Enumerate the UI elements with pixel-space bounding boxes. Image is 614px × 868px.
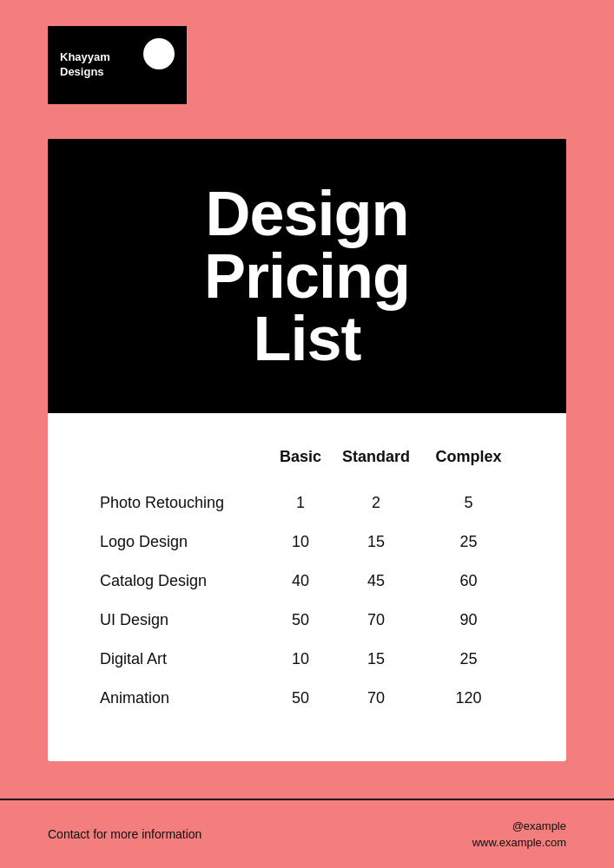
cell-service: UI Design <box>100 601 272 640</box>
title-section: Design Pricing List <box>48 139 566 413</box>
cell-complex: 25 <box>423 523 514 562</box>
table-row: Animation5070120 <box>100 679 514 718</box>
cell-complex: 5 <box>423 483 514 523</box>
cell-service: Animation <box>100 679 272 718</box>
col-header-basic: Basic <box>272 448 329 483</box>
cell-standard: 45 <box>329 562 423 601</box>
cell-complex: 25 <box>423 640 514 679</box>
cell-standard: 15 <box>329 640 423 679</box>
cell-basic: 10 <box>272 640 329 679</box>
cell-service: Photo Retouching <box>100 483 272 523</box>
cell-complex: 120 <box>423 679 514 718</box>
page-background: Khayyam Designs Design Pricing List Basi… <box>0 0 614 868</box>
cell-basic: 1 <box>272 483 329 523</box>
cell-service: Digital Art <box>100 640 272 679</box>
cell-standard: 2 <box>329 483 423 523</box>
col-header-complex: Complex <box>423 448 514 483</box>
table-row: UI Design507090 <box>100 601 514 640</box>
table-row: Logo Design101525 <box>100 523 514 562</box>
pricing-table: Basic Standard Complex Photo Retouching1… <box>100 448 514 718</box>
logo-circle-icon <box>143 38 175 69</box>
table-row: Photo Retouching125 <box>100 483 514 523</box>
cell-service: Catalog Design <box>100 562 272 601</box>
cell-basic: 50 <box>272 679 329 718</box>
cell-standard: 70 <box>329 601 423 640</box>
cell-complex: 60 <box>423 562 514 601</box>
footer-website: www.example.com <box>472 834 566 852</box>
footer-handle: @example <box>472 818 566 835</box>
brand-name: Khayyam Designs <box>60 50 110 80</box>
cell-basic: 50 <box>272 601 329 640</box>
cell-standard: 70 <box>329 679 423 718</box>
footer: Contact for more information @example ww… <box>0 799 614 868</box>
cell-service: Logo Design <box>100 523 272 562</box>
main-card: Design Pricing List Basic Standard Compl… <box>48 139 566 761</box>
main-title: Design Pricing List <box>100 182 514 370</box>
cell-standard: 15 <box>329 523 423 562</box>
table-row: Catalog Design404560 <box>100 562 514 601</box>
footer-social: @example www.example.com <box>472 818 566 852</box>
cell-basic: 10 <box>272 523 329 562</box>
logo-block: Khayyam Designs <box>48 26 187 104</box>
cell-basic: 40 <box>272 562 329 601</box>
footer-contact: Contact for more information <box>48 827 201 841</box>
col-header-service <box>100 448 272 483</box>
cell-complex: 90 <box>423 601 514 640</box>
col-header-standard: Standard <box>329 448 423 483</box>
table-row: Digital Art101525 <box>100 640 514 679</box>
pricing-section: Basic Standard Complex Photo Retouching1… <box>48 413 566 761</box>
table-header-row: Basic Standard Complex <box>100 448 514 483</box>
